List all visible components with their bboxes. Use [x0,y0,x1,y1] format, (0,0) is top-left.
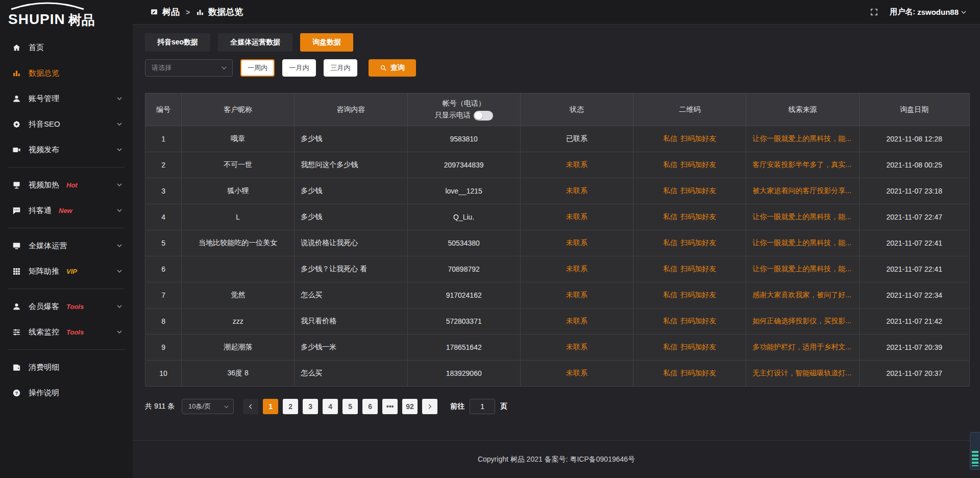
cell-status: 未联系 [520,308,633,334]
more-pages-button[interactable]: ••• [382,399,398,414]
cell-inquiry: 多少钱一米 [295,334,407,361]
sidebar-item-video-publish[interactable]: 视频发布 [0,137,133,162]
source-link[interactable]: 让你一眼就爱上的黑科技，能... [752,265,851,273]
breadcrumb-app[interactable]: 树品 [162,6,180,18]
qr-action-link[interactable]: 私信 [663,369,677,377]
status-badge: 未联系 [566,212,587,221]
qr-action-link[interactable]: 扫码加好友 [680,291,716,299]
cell-account: 50534380 [407,230,520,256]
nav-divider [8,289,125,289]
floating-widget[interactable] [970,432,980,470]
source-link[interactable]: 让你一眼就爱上的黑科技，能... [752,134,851,142]
qr-action-link[interactable]: 扫码加好友 [680,265,716,273]
sidebar-item-doukatong[interactable]: 抖客通New [0,198,133,223]
cell-nickname: 哦章 [182,126,295,152]
sidebar-item-operation-guide[interactable]: ?操作说明 [0,380,133,405]
qr-action-link[interactable]: 私信 [663,317,677,325]
source-link[interactable]: 让你一眼就爱上的黑科技，能... [752,212,851,221]
badge-tools: Tools [66,328,84,336]
chevron-down-icon [116,121,122,127]
page-button-2[interactable]: 2 [283,399,298,414]
status-badge: 未联系 [566,343,587,351]
qr-action-link[interactable]: 私信 [663,238,677,247]
cell-account: 183929060 [407,361,520,387]
source-link[interactable]: 如何正确选择投影仪，买投影... [752,317,851,325]
sidebar-item-home[interactable]: 首页 [0,35,133,60]
page-button-4[interactable]: 4 [323,399,338,414]
qr-action-link[interactable]: 扫码加好友 [680,238,716,247]
status-badge: 未联系 [566,265,587,273]
cell-date: 2021-11-07 21:42 [859,308,969,334]
page-button-5[interactable]: 5 [342,399,358,414]
sidebar-item-matrix-boost[interactable]: 矩阵助推VIP [0,258,133,284]
period-button-one-week[interactable]: 一周内 [240,59,275,77]
qr-action-link[interactable]: 私信 [663,160,677,169]
qr-action-link[interactable]: 扫码加好友 [680,160,716,169]
badge-new: New [59,207,72,214]
next-page-button[interactable] [422,399,437,414]
sidebar-item-account-management[interactable]: 账号管理 [0,86,133,111]
column-header-inquiry: 咨询内容 [295,93,407,126]
chevron-down-icon [116,329,122,335]
badge-hot: Hot [66,181,78,189]
page-button-3[interactable]: 3 [303,399,318,414]
tab-inquiry-data[interactable]: 询盘数据 [300,33,353,52]
qr-action-link[interactable]: 私信 [663,134,677,142]
source-link[interactable]: 被大家追着问的客厅投影分享... [752,186,851,195]
chevron-down-icon [116,303,122,309]
chat-icon [12,206,21,215]
cell-source: 让你一眼就爱上的黑科技，能... [746,126,859,152]
gear-icon [12,120,21,129]
sidebar-item-consumption-detail[interactable]: 消费明细 [0,354,133,380]
source-link[interactable]: 感谢大家喜欢我家，被问了好... [752,291,851,299]
user-menu[interactable]: 用户名: zswodun88 [890,7,967,17]
page-size-select[interactable]: 10条/页 [182,399,234,414]
sidebar-item-video-heat[interactable]: 视频加热Hot [0,172,133,198]
source-link[interactable]: 多功能护栏灯，适用于乡村文... [752,343,851,351]
sidebar-item-douyin-seo[interactable]: 抖音SEO [0,111,133,137]
sidebar-item-clue-monitor[interactable]: 线索监控Tools [0,319,133,345]
nav-divider [8,167,125,168]
sidebar-item-label: 首页 [29,43,44,53]
tab-douyin-seo-data[interactable]: 抖音seo数据 [145,33,210,52]
help-icon: ? [12,389,21,397]
qr-action-link[interactable]: 私信 [663,343,677,351]
cell-account: 9583810 [407,126,520,152]
qr-action-link[interactable]: 私信 [663,291,677,299]
source-link[interactable]: 让你一眼就爱上的黑科技，能... [752,238,851,247]
qr-action-link[interactable]: 私信 [663,265,677,273]
account-select[interactable]: 请选择 [145,59,233,77]
sidebar-item-member-baoke[interactable]: 会员爆客Tools [0,294,133,319]
source-link[interactable]: 无主灯设计，智能磁吸轨道灯... [752,369,851,377]
qr-action-link[interactable]: 扫码加好友 [680,212,716,221]
qr-action-link[interactable]: 私信 [663,186,677,195]
sidebar-item-data-overview[interactable]: 数据总览 [0,60,133,86]
tab-media-data[interactable]: 全媒体运营数据 [218,33,292,52]
data-tabs: 抖音seo数据全媒体运营数据询盘数据 [145,33,970,52]
qr-action-link[interactable]: 扫码加好友 [680,186,716,195]
period-button-three-month[interactable]: 三月内 [324,59,357,77]
logo[interactable]: SHUPIN 树品 [0,0,133,31]
period-button-one-month[interactable]: 一月内 [282,59,316,77]
qr-action-link[interactable]: 扫码加好友 [680,369,716,377]
qr-action-link[interactable]: 扫码加好友 [680,317,716,325]
sidebar-item-media-operation[interactable]: 全媒体运营 [0,233,133,258]
prev-page-button[interactable] [243,399,258,414]
goto-page: 前往 页 [450,399,507,414]
fullscreen-icon[interactable] [870,8,878,16]
query-button[interactable]: 查询 [369,59,416,77]
source-link[interactable]: 客厅安装投影半年多了，真实... [752,160,851,169]
phone-only-toggle[interactable] [474,111,493,121]
column-header-source: 线索来源 [746,93,859,126]
page-button-92[interactable]: 92 [402,399,418,414]
page-button-6[interactable]: 6 [362,399,378,414]
toggle-label: 只显示电话 [435,111,471,120]
qr-action-link[interactable]: 私信 [663,212,677,221]
chevron-down-icon [116,207,122,213]
goto-page-input[interactable] [470,399,495,414]
sliders-icon [12,328,21,337]
cell-status: 未联系 [520,282,633,308]
qr-action-link[interactable]: 扫码加好友 [680,134,716,142]
qr-action-link[interactable]: 扫码加好友 [680,343,716,351]
page-button-1[interactable]: 1 [263,399,278,414]
